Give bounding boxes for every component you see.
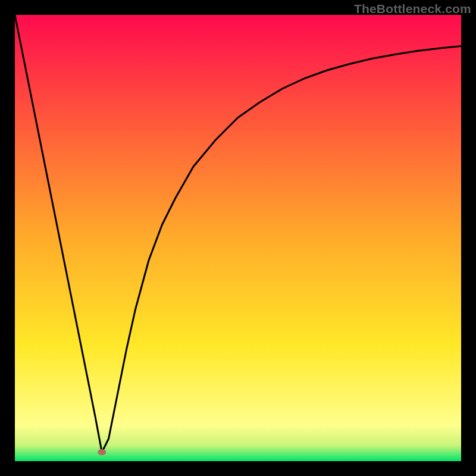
watermark-label: TheBottleneck.com [354, 2, 471, 16]
optimum-marker [98, 449, 106, 455]
plot-area [15, 15, 461, 461]
plot-svg [15, 15, 461, 461]
chart-frame: TheBottleneck.com [0, 0, 476, 476]
gradient-background [15, 15, 461, 461]
